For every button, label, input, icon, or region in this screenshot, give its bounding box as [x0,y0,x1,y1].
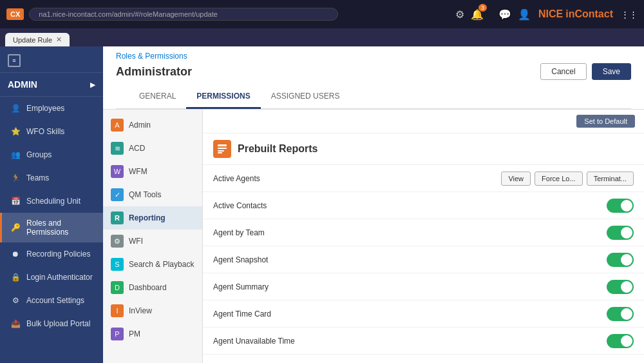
perm-actions-agent-time-card [607,307,634,321]
toggle-agent-time-card[interactable] [607,307,634,321]
toggle-active-contacts[interactable] [607,199,634,213]
cat-item-reporting[interactable]: R Reporting [103,206,202,230]
sidebar-item-scheduling-unit[interactable]: 📅 Scheduling Unit [0,190,103,213]
sidebar-item-roles-permissions[interactable]: 🔑 Roles and Permissions [0,213,103,242]
dashboard-cat-icon: D [111,281,124,294]
cat-item-wfm[interactable]: W WFM [103,160,202,183]
tab-permissions[interactable]: PERMISSIONS [186,85,260,109]
toggle-agent-by-team[interactable] [607,226,634,240]
perm-row-agent-by-team: Agent by Team [203,219,644,246]
topbar-icon-1: ⚙ [455,8,464,21]
sidebar-label-account-settings: Account Settings [26,296,84,305]
perm-row-agent-time-card: Agent Time Card [203,300,644,328]
perm-row-more: ... [203,355,644,363]
main-content: Roles & Permissions Administrator Cancel… [103,46,644,363]
tab-general[interactable]: GENERAL [129,85,186,109]
sidebar-label-scheduling-unit: Scheduling Unit [26,197,80,206]
svg-rect-1 [218,148,227,149]
cancel-button[interactable]: Cancel [540,63,586,80]
permission-area: Set to Default Prebuilt Reports [203,110,644,363]
perm-label-agent-summary: Agent Summary [213,282,607,291]
employees-icon: 👤 [10,103,21,114]
perm-row-agent-unavailable-time: Agent Unavailable Time [203,328,644,355]
sidebar-admin-label: ADMIN ▶ [0,73,103,97]
inview-cat-icon: I [111,304,124,317]
topbar-icon-3: 💬 [498,8,511,21]
sidebar-item-employees[interactable]: 👤 Employees [0,97,103,120]
perm-label-agent-unavailable-time: Agent Unavailable Time [213,337,607,346]
search-cat-icon: S [111,258,124,271]
tab-label: Update Rule [13,36,52,44]
cat-item-dashboard[interactable]: D Dashboard [103,276,202,299]
breadcrumb-link[interactable]: Roles & Permissions [116,52,187,61]
page-title: Administrator [116,65,192,79]
perm-actions-active-contacts [607,199,634,213]
section-title: Prebuilt Reports [238,143,317,155]
terminate-button-active-agents[interactable]: Terminat... [587,172,634,186]
sidebar-label-teams: Teams [26,173,49,182]
sidebar-label-wfo-skills: WFO Skills [26,127,64,136]
content-header: Roles & Permissions Administrator Cancel… [103,46,644,110]
sidebar-item-groups[interactable]: 👥 Groups [0,143,103,166]
url-bar[interactable]: na1.nice-incontact.com/admin/#/roleManag… [29,8,338,21]
cat-item-qm-tools[interactable]: ✓ QM Tools [103,183,202,206]
nice-logo: NICE inContact [538,8,613,20]
topbar: CX na1.nice-incontact.com/admin/#/roleMa… [0,0,644,28]
account-settings-icon: ⚙ [10,295,21,306]
sidebar-item-bulk-upload[interactable]: 📤 Bulk Upload Portal [0,312,103,335]
tab-close-icon[interactable]: ✕ [56,35,62,44]
toggle-agent-summary[interactable] [607,280,634,294]
cat-item-search-playback[interactable]: S Search & Playback [103,253,202,276]
view-button-active-agents[interactable]: View [501,172,531,186]
topbar-left: CX na1.nice-incontact.com/admin/#/roleMa… [6,8,338,21]
sidebar-item-wfo-skills[interactable]: ⭐ WFO Skills [0,120,103,143]
sidebar-label-roles-permissions: Roles and Permissions [26,219,95,237]
teams-icon: 🏃 [10,172,21,184]
browser-tab[interactable]: Update Rule ✕ [5,33,70,46]
sidebar-header: ≡ [0,46,103,73]
cx-logo: CX [6,8,24,20]
sidebar-item-teams[interactable]: 🏃 Teams [0,166,103,190]
sidebar-item-login-authenticator[interactable]: 🔒 Login Authenticator [0,266,103,289]
force-button-active-agents[interactable]: Force Lo... [535,172,583,186]
tab-assigned-users[interactable]: ASSIGNED USERS [261,85,350,109]
cat-item-inview[interactable]: I InView [103,299,202,322]
wfo-skills-icon: ⭐ [10,126,21,137]
sidebar-label-bulk-upload: Bulk Upload Portal [26,319,90,328]
groups-icon: 👥 [10,149,21,161]
perm-label-active-agents: Active Agents [213,174,501,183]
cat-label-search-playback: Search & Playback [129,260,194,269]
wfm-cat-icon: W [111,165,124,178]
perm-actions-active-agents: View Force Lo... Terminat... [501,172,634,186]
roles-icon: 🔑 [10,222,21,233]
admin-cat-icon: A [111,119,124,132]
sidebar-item-account-settings[interactable]: ⚙ Account Settings [0,289,103,312]
toggle-agent-unavailable-time[interactable] [607,334,634,348]
sidebar: ≡ ADMIN ▶ 👤 Employees ⭐ WFO Skills 👥 Gro… [0,46,103,363]
cat-label-reporting: Reporting [129,213,166,222]
sidebar-label-recording-policies: Recording Policies [26,250,90,259]
sidebar-item-recording-policies[interactable]: ⏺ Recording Policies [0,242,103,266]
browser-tabbar: Update Rule ✕ [0,28,644,46]
toggle-agent-snapshot[interactable] [607,253,634,267]
login-icon: 🔒 [10,271,21,283]
perm-label-agent-by-team: Agent by Team [213,228,607,237]
cat-label-dashboard: Dashboard [129,283,167,292]
save-button[interactable]: Save [592,63,631,80]
qm-cat-icon: ✓ [111,188,124,201]
section-icon [213,140,231,158]
sidebar-toggle-icon[interactable]: ≡ [8,54,21,67]
cat-item-pm[interactable]: P PM [103,322,202,346]
cat-label-wfi: WFI [129,237,143,246]
perm-row-agent-snapshot: Agent Snapshot [203,246,644,273]
page-title-row: Administrator Cancel Save [116,63,631,85]
set-default-button[interactable]: Set to Default [576,115,635,128]
cat-label-acd: ACD [129,144,145,153]
cat-item-acd[interactable]: ≋ ACD [103,137,202,160]
perm-actions-agent-snapshot [607,253,634,267]
grid-icon[interactable]: ⋮⋮ [621,10,638,19]
cat-item-admin[interactable]: A Admin [103,113,202,137]
cat-item-wfi[interactable]: ⚙ WFI [103,230,202,253]
sidebar-label-groups: Groups [26,150,52,159]
perm-row-active-agents: Active Agents View Force Lo... Terminat.… [203,165,644,192]
